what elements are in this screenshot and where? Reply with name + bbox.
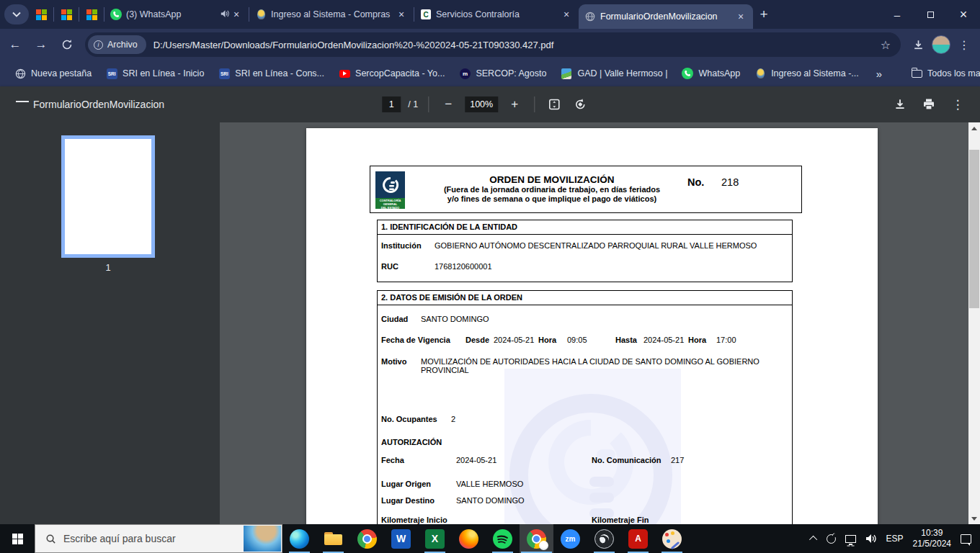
- back-button[interactable]: ←: [4, 34, 26, 55]
- bookmark-gad-valle-hermoso[interactable]: GAD | Valle Hermoso |: [556, 65, 674, 82]
- zoom-in-button[interactable]: +: [505, 95, 524, 114]
- lugar-destino-value: SANTO DOMINGO: [456, 496, 525, 505]
- institucion-label: Institución: [381, 241, 422, 250]
- forward-button[interactable]: →: [30, 34, 52, 55]
- scrollbar-thumb[interactable]: [969, 150, 979, 308]
- taskbar-obs[interactable]: [587, 524, 621, 553]
- address-bar[interactable]: i Archivo D:/Users/Master/Downloads/Form…: [85, 32, 901, 57]
- bookmark-ingreso-sistema[interactable]: Ingreso al Sistema -...: [750, 65, 866, 82]
- tab-search-button[interactable]: [4, 4, 29, 24]
- tab-title: Servicios Contraloría: [436, 9, 556, 19]
- pdf-download-button[interactable]: [891, 95, 909, 114]
- taskbar-file-explorer[interactable]: [316, 524, 350, 553]
- info-icon: i: [94, 40, 103, 50]
- tray-time: 10:39: [913, 528, 951, 539]
- restore-button[interactable]: [914, 0, 947, 29]
- new-tab-button[interactable]: +: [753, 4, 775, 25]
- taskbar-zoom[interactable]: zm: [553, 524, 587, 553]
- download-tray-button[interactable]: [906, 33, 930, 56]
- language-indicator[interactable]: ESP: [886, 534, 904, 544]
- pdf-print-button[interactable]: [919, 95, 938, 114]
- motivo-value-line1: MOVILIZACIÓN DE AUTORIDADES HACIA LA CIU…: [421, 357, 760, 366]
- taskbar-chrome-active[interactable]: [520, 524, 553, 553]
- tab-strip: (3) WhatsApp × Ingreso al Sistema - Comp…: [0, 0, 980, 29]
- rotate-button[interactable]: [571, 95, 589, 114]
- ciudad-label: Ciudad: [381, 315, 408, 323]
- tray-expand-chevron-icon[interactable]: [809, 536, 817, 544]
- volume-icon[interactable]: [865, 534, 877, 544]
- page-thumbnail-selected[interactable]: [65, 139, 151, 254]
- bookmark-label: Nueva pestaña: [31, 68, 92, 78]
- tab-audio-muted-icon[interactable]: [220, 9, 230, 20]
- pdf-menu-button[interactable]: [0, 98, 16, 111]
- taskbar-spotify[interactable]: [486, 524, 520, 553]
- scroll-up-button[interactable]: [968, 122, 980, 134]
- bookmark-sercop-agosto[interactable]: m SERCOP: Agosto: [455, 65, 553, 82]
- scroll-down-button[interactable]: [968, 513, 980, 524]
- minimize-button[interactable]: –: [881, 0, 914, 29]
- scheme-chip-label: Archivo: [107, 40, 138, 50]
- lugar-origen-value: VALLE HERMOSO: [456, 480, 523, 488]
- pinned-tab-office-3[interactable]: [79, 2, 104, 27]
- file-scheme-chip[interactable]: i Archivo: [88, 35, 146, 54]
- tab-formulario-orden-movilizacion[interactable]: FormularioOrdenMovilizacion ×: [579, 4, 753, 29]
- hora-desde-label: Hora: [538, 336, 556, 344]
- taskbar-paint[interactable]: [655, 524, 689, 553]
- pinned-tab-office-2[interactable]: [54, 2, 79, 27]
- taskbar-word[interactable]: W: [384, 524, 418, 553]
- tab-close-button[interactable]: ×: [230, 8, 243, 21]
- taskbar-search-box[interactable]: Escribe aquí para buscar: [35, 524, 282, 553]
- taskbar-firefox[interactable]: [452, 524, 486, 553]
- bookmark-sercopcapacita[interactable]: SercopCapacita - Yo...: [334, 65, 452, 82]
- tab-whatsapp[interactable]: (3) WhatsApp ×: [104, 2, 249, 27]
- taskbar-chrome[interactable]: [350, 524, 384, 553]
- folder-icon: [911, 68, 922, 79]
- fit-to-page-button[interactable]: [545, 95, 564, 114]
- taskbar-acrobat[interactable]: A: [621, 524, 655, 553]
- page-number-input[interactable]: 1: [382, 96, 401, 112]
- tab-title: (3) WhatsApp: [126, 9, 216, 19]
- tab-close-button[interactable]: ×: [734, 10, 747, 23]
- url-text[interactable]: D:/Users/Master/Downloads/FormularioOrde…: [153, 40, 878, 50]
- close-window-button[interactable]: ×: [947, 0, 980, 29]
- bookmark-star-icon[interactable]: ☆: [878, 38, 894, 52]
- bookmark-sri-inicio[interactable]: SRI SRI en Línea - Inicio: [102, 65, 211, 82]
- tab-close-button[interactable]: ×: [395, 8, 408, 21]
- zoom-out-button[interactable]: −: [439, 95, 458, 114]
- reload-button[interactable]: [56, 34, 78, 55]
- tab-close-button[interactable]: ×: [560, 8, 573, 21]
- vigencia-label: Fecha de Vigencia: [381, 336, 450, 344]
- hasta-value: 2024-05-21: [643, 336, 684, 344]
- browser-menu-button[interactable]: ⋮: [953, 33, 976, 56]
- search-highlight-image[interactable]: [244, 526, 281, 552]
- network-monitor-icon[interactable]: [845, 535, 856, 543]
- vertical-scrollbar[interactable]: [968, 122, 980, 524]
- profile-avatar[interactable]: [930, 33, 953, 56]
- bookmarks-overflow-chevron[interactable]: »: [869, 68, 889, 80]
- start-button[interactable]: [0, 524, 35, 553]
- section1-title: 1. IDENTIFICACIÓN DE LA ENTIDAD: [378, 220, 792, 235]
- reload-icon: [61, 39, 73, 50]
- pinned-tab-office-1[interactable]: [29, 2, 53, 27]
- firefox-icon: [459, 529, 478, 549]
- pdf-viewer: CONTRALORÍA GENERAL DEL ESTADO ORDEN DE …: [220, 122, 968, 524]
- pdf-more-button[interactable]: ⋮: [948, 95, 967, 114]
- chrome-icon: [357, 529, 377, 549]
- action-center-icon[interactable]: [961, 534, 971, 544]
- clock[interactable]: 10:39 21/5/2024: [913, 528, 951, 549]
- taskbar-apps: W X zm A: [282, 524, 689, 553]
- taskbar-edge[interactable]: [282, 524, 316, 553]
- bookmark-nueva-pestana[interactable]: Nueva pestaña: [10, 65, 99, 82]
- tab-servicios-contraloria[interactable]: C Servicios Contraloría ×: [414, 2, 579, 27]
- bookmark-sri-consultas[interactable]: SRI SRI en Línea - Cons...: [214, 65, 331, 82]
- screen-capture-icon[interactable]: [827, 534, 836, 544]
- tab-ingreso-sistema[interactable]: Ingreso al Sistema - Compras Pu ×: [249, 2, 414, 27]
- download-icon: [894, 98, 906, 111]
- zoom-level-input[interactable]: 100%: [465, 96, 498, 112]
- taskbar-excel[interactable]: X: [418, 524, 452, 553]
- all-bookmarks-button[interactable]: Todos los marcadores: [906, 65, 980, 82]
- gad-icon: [561, 68, 572, 79]
- zoom-app-icon: zm: [561, 529, 580, 549]
- download-icon: [912, 39, 925, 51]
- bookmark-whatsapp[interactable]: WhatsApp: [677, 65, 747, 82]
